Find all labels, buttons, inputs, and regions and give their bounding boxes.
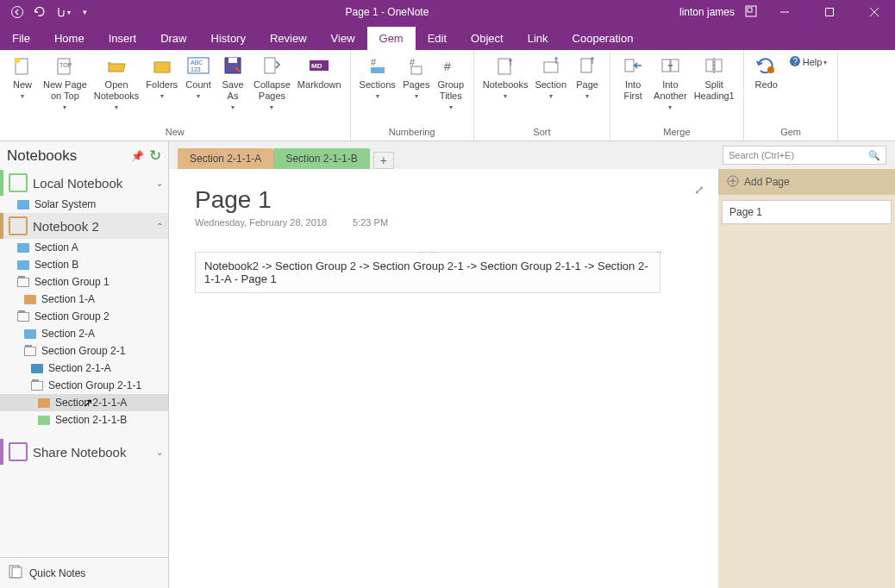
svg-rect-21	[371, 67, 385, 73]
new-button[interactable]: New▾	[5, 52, 40, 127]
sort-notebooks-button[interactable]: Notebooks▾	[479, 52, 532, 127]
tab-cooperation[interactable]: Cooperation	[560, 27, 646, 50]
tree-item[interactable]: Section Group 2	[0, 308, 168, 325]
ribbon: New▾ TOPNew Page on Top▾ Open Notebooks▾…	[0, 50, 895, 141]
touch-mode-button[interactable]: ▾	[52, 3, 72, 22]
tree-item[interactable]: Section 2-1-1-B	[0, 411, 168, 428]
sort-page-button[interactable]: Page▾	[570, 52, 604, 127]
block-handle-icon[interactable]: ⋯⋯	[417, 247, 438, 257]
collapse-pages-button[interactable]: Collapse Pages▾	[250, 52, 294, 127]
svg-text:TOP: TOP	[59, 62, 72, 68]
folders-button[interactable]: Folders▾	[142, 52, 181, 127]
tree-item[interactable]: Section B	[0, 256, 168, 273]
tab-object[interactable]: Object	[459, 27, 516, 50]
pin-icon[interactable]: 📌	[131, 150, 144, 162]
tab-home[interactable]: Home	[42, 27, 97, 50]
undo-button[interactable]	[29, 3, 50, 22]
tree-item[interactable]: Section Group 2-1	[0, 342, 168, 360]
section-tab-icon	[17, 260, 29, 270]
tab-insert[interactable]: Insert	[97, 27, 149, 50]
notebook-2[interactable]: Notebook 2 ⌃	[0, 213, 168, 239]
tree-item-selected[interactable]: Section 2-1-1-A	[0, 394, 168, 411]
add-section-button[interactable]: +	[373, 152, 394, 169]
chevron-down-icon: ⌄	[156, 447, 163, 457]
tree-item[interactable]: Section 1-A	[0, 291, 168, 308]
account-name[interactable]: linton james	[679, 6, 735, 18]
section-tab[interactable]: Section 2-1-1-B	[273, 148, 369, 169]
group-titles-button[interactable]: #Group Titles▾	[434, 52, 468, 127]
markdown-button[interactable]: MDMarkdown	[294, 52, 345, 127]
close-button[interactable]	[857, 0, 892, 24]
save-as-button[interactable]: Save As▾	[216, 52, 250, 127]
tree-item[interactable]: Section Group 1	[0, 273, 168, 291]
ribbon-group-numbering: #Sections▾ #Pages▾ #Group Titles▾ Number…	[351, 50, 474, 141]
tree-item[interactable]: Section 2-A	[0, 325, 168, 342]
svg-rect-23	[411, 66, 422, 74]
fullscreen-icon[interactable]: ⤢	[694, 183, 704, 197]
tab-view[interactable]: View	[319, 27, 367, 50]
pages-pane: Add Page Page 1	[718, 169, 895, 588]
back-button[interactable]	[7, 3, 28, 22]
section-solar-system[interactable]: Solar System	[0, 196, 168, 213]
into-another-button[interactable]: Into Another▾	[650, 52, 691, 127]
notebook-share[interactable]: Share Notebook ⌄	[0, 439, 168, 465]
tab-file[interactable]: File	[0, 27, 42, 50]
section-tab-icon	[17, 200, 29, 210]
sort-section-button[interactable]: Section▾	[531, 52, 570, 127]
section-tab-icon	[31, 364, 43, 373]
svg-rect-17	[265, 58, 275, 73]
section-tab-active[interactable]: Section 2-1-1-A	[178, 148, 273, 169]
tab-draw[interactable]: Draw	[148, 27, 198, 50]
section-group-icon	[24, 347, 36, 356]
section-tabs-bar: Section 2-1-1-A Section 2-1-1-B + Search…	[169, 141, 895, 169]
quick-notes-button[interactable]: Quick Notes	[0, 557, 168, 588]
into-first-button[interactable]: Into First	[616, 52, 650, 127]
split-heading-icon	[702, 53, 726, 78]
tab-edit[interactable]: Edit	[416, 27, 459, 50]
sections-button[interactable]: #Sections▾	[356, 52, 399, 127]
tab-review[interactable]: Review	[258, 27, 319, 50]
note-container[interactable]: ⋯⋯ ↔ Notebook2 -> Section Group 2 -> Sec…	[195, 252, 660, 293]
note-text[interactable]: Notebook2 -> Section Group 2 -> Section …	[204, 260, 648, 285]
svg-rect-27	[581, 59, 591, 72]
hash-group-icon: #	[439, 53, 463, 78]
new-page-on-top-button[interactable]: TOPNew Page on Top▾	[40, 52, 91, 127]
notebook-local[interactable]: Local Notebook ⌄	[0, 170, 168, 196]
tab-gem[interactable]: Gem	[367, 27, 416, 50]
tree-item[interactable]: Section A	[0, 239, 168, 256]
maximize-button[interactable]	[812, 0, 847, 24]
section-tab-icon	[24, 295, 36, 304]
block-resize-icon[interactable]: ↔	[655, 247, 663, 256]
folder-open-icon	[104, 53, 128, 78]
tree-item[interactable]: Section 2-1-A	[0, 360, 168, 377]
page-list-item[interactable]: Page 1	[722, 200, 892, 224]
quick-access-toolbar: ▾ ▾	[0, 3, 95, 22]
page-title[interactable]: Page 1	[195, 186, 692, 214]
quick-notes-icon	[9, 565, 22, 581]
ribbon-group-gem: Redo ? Help▾ Gem	[744, 50, 839, 141]
page-canvas[interactable]: ⤢ Page 1 Wednesday, February 28, 2018 5:…	[169, 169, 718, 588]
search-input[interactable]: Search (Ctrl+E) 🔍	[723, 146, 886, 165]
open-notebooks-button[interactable]: Open Notebooks▾	[91, 52, 143, 127]
tab-history[interactable]: History	[199, 27, 258, 50]
account-icon[interactable]	[745, 5, 757, 20]
folder-icon	[150, 53, 174, 78]
section-tab-icon	[17, 243, 29, 253]
qat-customize-button[interactable]: ▾	[74, 3, 95, 22]
add-page-button[interactable]: Add Page	[718, 169, 895, 195]
svg-rect-31	[706, 59, 713, 72]
help-button[interactable]: ? Help▾	[784, 52, 833, 72]
chevron-up-icon: ⌃	[156, 222, 163, 231]
tab-link[interactable]: Link	[516, 27, 560, 50]
split-heading1-button[interactable]: Split Heading1	[691, 52, 738, 127]
tree-item[interactable]: Section Group 2-1-1	[0, 377, 168, 394]
pages-button[interactable]: #Pages▾	[399, 52, 434, 127]
redo-button[interactable]: Redo	[749, 52, 784, 92]
hash-section-icon: #	[366, 53, 390, 78]
minimize-button[interactable]	[767, 0, 802, 24]
section-sort-icon	[539, 53, 563, 78]
count-button[interactable]: ABC123Count▾	[181, 52, 216, 127]
svg-rect-4	[826, 9, 834, 16]
search-icon[interactable]: 🔍	[868, 150, 880, 161]
sync-icon[interactable]: ↻	[149, 147, 161, 165]
